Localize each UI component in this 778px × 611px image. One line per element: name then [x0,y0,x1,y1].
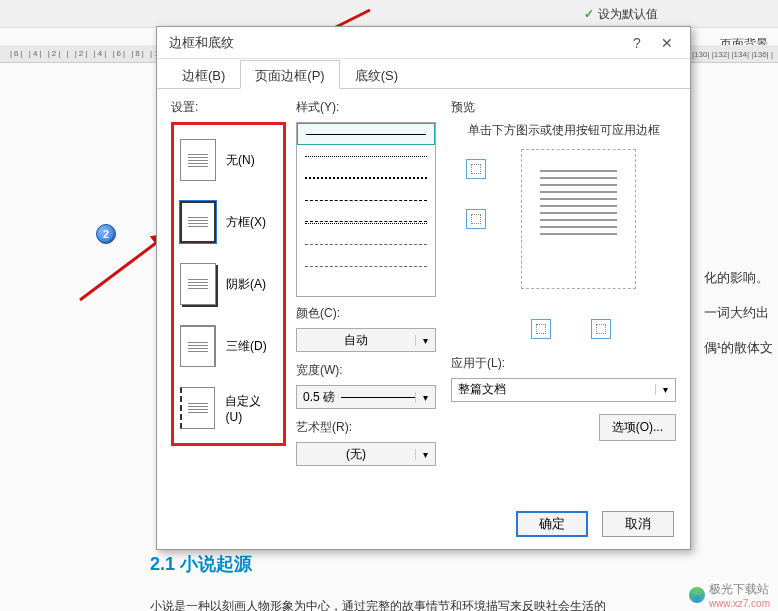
watermark-name: 极光下载站 [709,581,770,598]
style-listbox[interactable] [296,122,436,297]
ruler-right: |130| |132| |134| |136| | [692,50,773,59]
doc-line: 一词大约出 [704,295,773,330]
threed-icon [180,325,216,367]
preview-hint: 单击下方图示或使用按钮可应用边框 [451,122,676,139]
style-option[interactable] [297,167,435,189]
art-dropdown[interactable]: (无) ▾ [296,442,436,466]
set-default-label[interactable]: 设为默认值 [584,6,658,23]
border-bottom-button[interactable] [466,209,486,229]
preview-area [451,149,676,349]
apply-to-row: 应用于(L): 整篇文档 ▾ 选项(O)... [451,355,676,402]
setting-custom-label: 自定义(U) [225,393,277,424]
setting-threed[interactable]: 三维(D) [176,315,281,377]
style-option[interactable] [297,255,435,277]
preview-page[interactable] [521,149,636,289]
apply-value: 整篇文档 [452,381,655,398]
setting-box-label: 方框(X) [226,214,266,231]
document-body: 小说是一种以刻画人物形象为中心，通过完整的故事情节和环境描写来反映社会生活的 [150,598,606,611]
style-option[interactable] [297,145,435,167]
chevron-down-icon: ▾ [415,449,435,460]
doc-line: 化的影响。 [704,260,773,295]
settings-column: 设置: 无(N) 方框(X) 阴影(A) 三维(D) [171,99,286,476]
setting-none-label: 无(N) [226,152,255,169]
box-icon [180,201,216,243]
width-value: 0.5 磅 [297,389,415,406]
apply-label: 应用于(L): [451,355,676,372]
custom-icon [180,387,215,429]
width-dropdown[interactable]: 0.5 磅 ▾ [296,385,436,409]
preview-column: 预览 单击下方图示或使用按钮可应用边框 应用于(L): 整篇文档 ▾ 选项(O)… [451,99,676,476]
color-dropdown[interactable]: 自动 ▾ [296,328,436,352]
width-label: 宽度(W): [296,362,441,379]
style-option[interactable] [297,211,435,233]
style-option[interactable] [297,189,435,211]
dialog-tabs: 边框(B) 页面边框(P) 底纹(S) [157,59,690,89]
tab-page-border[interactable]: 页面边框(P) [240,60,339,89]
apply-dropdown[interactable]: 整篇文档 ▾ [451,378,676,402]
doc-line: 偶¹的散体文 [704,330,773,365]
setting-box[interactable]: 方框(X) [176,191,281,253]
dialog-titlebar: 边框和底纹 ? ✕ [157,27,690,59]
watermark-logo-icon [689,587,705,603]
chevron-down-icon: ▾ [415,392,435,403]
settings-highlight-box: 无(N) 方框(X) 阴影(A) 三维(D) 自定义(U) [171,122,286,446]
dialog-footer: 确定 取消 [516,511,674,537]
style-option-solid[interactable] [297,123,435,145]
options-button[interactable]: 选项(O)... [599,414,676,441]
watermark-url: www.xz7.com [709,598,770,609]
border-left-button[interactable] [531,319,551,339]
preview-label: 预览 [451,99,676,116]
border-top-button[interactable] [466,159,486,179]
dialog-body: 设置: 无(N) 方框(X) 阴影(A) 三维(D) [157,89,690,486]
cancel-button[interactable]: 取消 [602,511,674,537]
setting-threed-label: 三维(D) [226,338,267,355]
art-value: (无) [297,446,415,463]
style-label: 样式(Y): [296,99,441,116]
help-button[interactable]: ? [622,29,652,57]
shadow-icon [180,263,216,305]
setting-none[interactable]: 无(N) [176,129,281,191]
close-button[interactable]: ✕ [652,29,682,57]
watermark: 极光下载站 www.xz7.com [689,581,770,609]
chevron-down-icon: ▾ [655,384,675,395]
art-label: 艺术型(R): [296,419,441,436]
ok-button[interactable]: 确定 [516,511,588,537]
settings-label: 设置: [171,99,286,116]
border-right-button[interactable] [591,319,611,339]
document-text: 化的影响。 一词大约出 偶¹的散体文 [704,260,773,365]
none-icon [180,139,216,181]
style-column: 样式(Y): 颜色(C): 自动 ▾ 宽度(W): 0.5 磅 ▾ [296,99,441,476]
color-label: 颜色(C): [296,305,441,322]
setting-shadow[interactable]: 阴影(A) [176,253,281,315]
style-option[interactable] [297,233,435,255]
document-heading: 2.1 小说起源 [150,552,252,576]
tab-shading[interactable]: 底纹(S) [340,60,413,89]
borders-shading-dialog: 边框和底纹 ? ✕ 边框(B) 页面边框(P) 底纹(S) 设置: 无(N) 方… [156,26,691,550]
chevron-down-icon: ▾ [415,335,435,346]
app-toolbar [0,0,778,28]
tab-border[interactable]: 边框(B) [167,60,240,89]
dialog-title: 边框和底纹 [165,34,622,52]
setting-shadow-label: 阴影(A) [226,276,266,293]
setting-custom[interactable]: 自定义(U) [176,377,281,439]
color-value: 自动 [297,332,415,349]
